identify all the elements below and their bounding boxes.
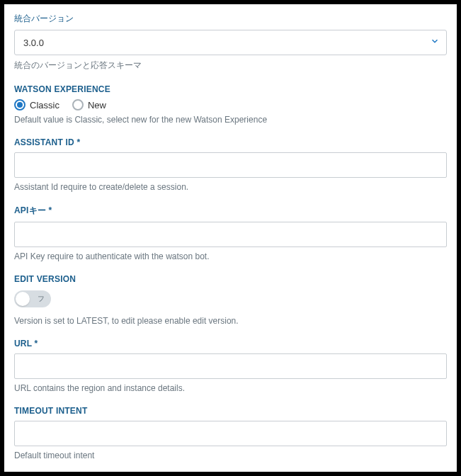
field-timeout-intent: TIMEOUT INTENT Default timeout intent bbox=[14, 406, 447, 460]
radio-circle-icon bbox=[14, 99, 25, 110]
assistant-id-help: Assistant Id require to create/delete a … bbox=[14, 182, 447, 192]
integration-version-select[interactable] bbox=[14, 30, 447, 55]
url-help: URL contains the region and instance det… bbox=[14, 383, 447, 393]
assistant-id-input[interactable] bbox=[14, 152, 447, 178]
watson-experience-label: WATSON EXPERIENCE bbox=[14, 84, 447, 94]
field-assistant-id: ASSISTANT ID * Assistant Id require to c… bbox=[14, 137, 447, 192]
timeout-intent-help: Default timeout intent bbox=[14, 450, 447, 460]
edit-version-help: Version is set to LATEST, to edit please… bbox=[14, 316, 447, 326]
integration-version-help: 統合のバージョンと応答スキーマ bbox=[14, 60, 447, 72]
form-container: 統合バージョン 統合のバージョンと応答スキーマ WATSON EXPERIENC… bbox=[4, 4, 457, 472]
api-key-input[interactable] bbox=[14, 222, 447, 247]
integration-version-select-wrap bbox=[14, 30, 447, 55]
api-key-label: APIキー * bbox=[14, 205, 447, 217]
field-api-key: APIキー * API Key require to authenticate … bbox=[14, 205, 447, 261]
url-input[interactable] bbox=[14, 353, 447, 379]
edit-version-toggle-wrap: フ bbox=[14, 290, 51, 307]
radio-circle-icon bbox=[72, 99, 84, 110]
radio-new[interactable]: New bbox=[72, 99, 106, 110]
toggle-off-text: フ bbox=[38, 294, 45, 304]
radio-dot-icon bbox=[17, 102, 23, 108]
integration-version-label: 統合バージョン bbox=[14, 13, 447, 25]
timeout-intent-input[interactable] bbox=[14, 421, 447, 446]
radio-new-label: New bbox=[88, 100, 106, 110]
watson-experience-radio-group: Classic New bbox=[14, 99, 447, 110]
field-edit-version: EDIT VERSION フ Version is set to LATEST,… bbox=[14, 274, 447, 326]
toggle-knob-icon bbox=[16, 292, 30, 306]
field-watson-experience: WATSON EXPERIENCE Classic New Default va… bbox=[14, 84, 447, 125]
edit-version-toggle[interactable]: フ bbox=[14, 290, 51, 307]
assistant-id-label: ASSISTANT ID * bbox=[14, 137, 447, 147]
api-key-help: API Key require to authenticate with the… bbox=[14, 251, 447, 261]
field-url: URL * URL contains the region and instan… bbox=[14, 339, 447, 393]
field-integration-version: 統合バージョン 統合のバージョンと応答スキーマ bbox=[14, 13, 447, 72]
timeout-intent-label: TIMEOUT INTENT bbox=[14, 406, 447, 416]
edit-version-label: EDIT VERSION bbox=[14, 274, 447, 284]
radio-classic[interactable]: Classic bbox=[14, 99, 59, 110]
url-label: URL * bbox=[14, 339, 447, 348]
watson-experience-help: Default value is Classic, select new for… bbox=[14, 115, 447, 125]
radio-classic-label: Classic bbox=[30, 100, 59, 110]
